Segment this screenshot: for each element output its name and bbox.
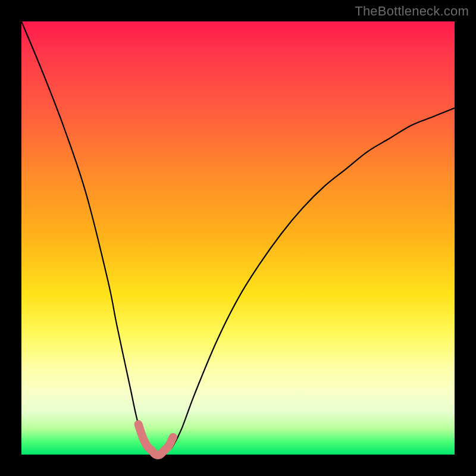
chart-frame: TheBottleneck.com <box>0 0 476 476</box>
plot-area <box>21 21 455 455</box>
watermark-text: TheBottleneck.com <box>355 4 469 19</box>
minimum-highlight-line <box>139 424 173 455</box>
bottleneck-curve-line <box>21 21 455 455</box>
curve-svg <box>21 21 455 455</box>
